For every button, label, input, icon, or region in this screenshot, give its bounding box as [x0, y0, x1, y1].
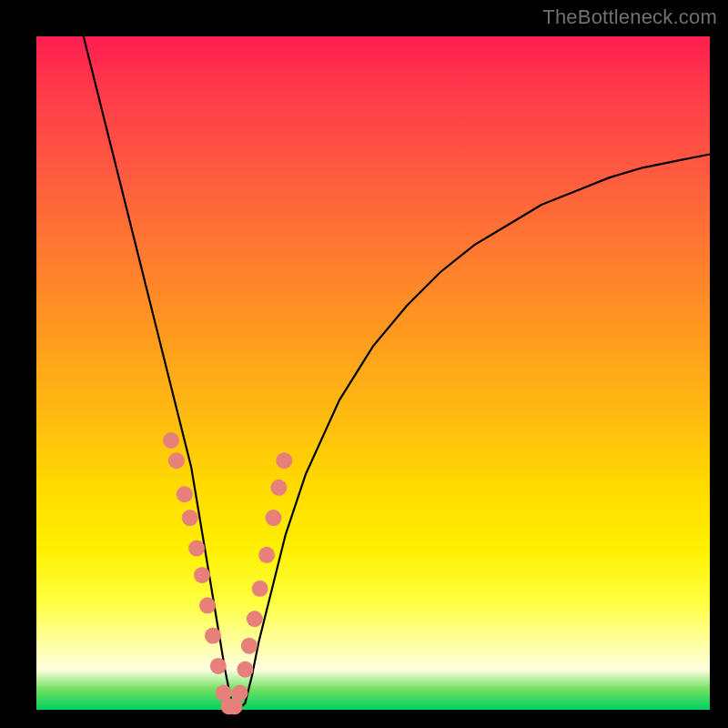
- highlight-dot: [177, 486, 193, 502]
- highlight-dot: [247, 611, 263, 627]
- highlight-dot: [232, 685, 248, 702]
- bottleneck-curve: [84, 36, 710, 710]
- plot-area: [36, 36, 710, 710]
- highlight-dot: [210, 658, 227, 674]
- highlight-dot: [205, 628, 221, 644]
- highlight-dot: [199, 597, 216, 613]
- chart-svg: [36, 36, 710, 710]
- chart-frame: TheBottleneck.com: [0, 0, 728, 728]
- highlight-dot: [194, 567, 210, 583]
- highlight-dot: [241, 638, 258, 654]
- watermark-text: TheBottleneck.com: [542, 5, 717, 29]
- highlight-dot: [270, 480, 287, 496]
- highlight-dot: [258, 547, 275, 563]
- highlight-dot: [266, 510, 282, 526]
- highlight-dots: [163, 432, 292, 714]
- highlight-dot: [182, 510, 198, 526]
- highlight-dot: [168, 452, 185, 469]
- highlight-dot: [237, 662, 253, 678]
- highlight-dot: [163, 432, 179, 449]
- highlight-dot: [276, 452, 292, 469]
- highlight-dot: [252, 581, 268, 597]
- highlight-dot: [188, 540, 205, 556]
